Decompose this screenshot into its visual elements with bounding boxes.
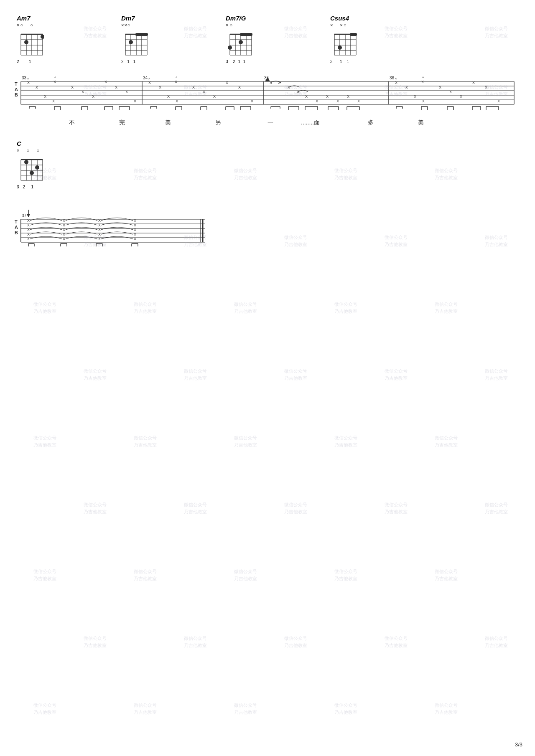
chord-fingers-dm7: 2 1 1 (121, 59, 148, 64)
svg-text:X: X (98, 218, 101, 223)
watermark-item: 微信公众号 乃吉他教室 (284, 25, 307, 39)
watermark-item: 微信公众号 乃吉他教室 (485, 234, 508, 248)
watermark-item: 微信公众号 乃吉他教室 (284, 635, 307, 649)
watermark-item: 微信公众号 乃吉他教室 (284, 234, 307, 248)
svg-text:X: X (421, 80, 424, 84)
svg-text:X: X (288, 85, 290, 89)
watermark-item: 微信公众号 乃吉他教室 (385, 25, 408, 39)
watermark-item: 微信公众号 乃吉他教室 (84, 501, 107, 515)
svg-text:36: 36 (390, 76, 395, 80)
svg-point-47 (338, 46, 342, 50)
svg-point-190 (24, 160, 28, 164)
svg-point-23 (129, 40, 133, 44)
chord-c: C × ○ ○ 3 2 1 (17, 140, 44, 189)
chord-grid-dm7 (121, 28, 148, 57)
svg-point-10 (24, 40, 28, 44)
svg-text:X: X (98, 228, 101, 232)
svg-text:X: X (104, 80, 107, 84)
watermark-item: 微信公众号 乃吉他教室 (385, 368, 408, 381)
svg-text:X: X (336, 99, 339, 103)
watermark-item: 微信公众号 乃吉他教室 (485, 501, 508, 515)
svg-text:X: X (27, 228, 30, 232)
watermark-item: 微信公众号 乃吉他教室 (184, 501, 207, 515)
svg-point-189 (30, 171, 34, 175)
tab-staff-row2: T A B 37 X X X X X (13, 205, 209, 261)
watermark-item: 微信公众号 乃吉他教室 (435, 434, 458, 448)
svg-text:X: X (134, 232, 136, 236)
chord-am7: Am7 ×○ ○ 2 1 (17, 15, 44, 64)
svg-text:X: X (125, 90, 128, 94)
watermark-item: 微信公众号 乃吉他教室 (234, 301, 257, 315)
chord-grid-c (17, 153, 44, 183)
watermark-item: 微信公众号 乃吉他教室 (134, 702, 157, 715)
svg-text:X: X (316, 99, 318, 103)
chord-fingers-am7: 2 1 (17, 59, 44, 64)
watermark-item: 微信公众号 乃吉他教室 (435, 301, 458, 315)
chord-fingers-csus4: 3 1 1 (330, 59, 357, 64)
svg-text:X: X (251, 99, 253, 103)
svg-rect-48 (350, 33, 357, 36)
svg-point-188 (35, 165, 39, 170)
lyric-ling: 另 (215, 119, 221, 127)
svg-text:X: X (422, 99, 425, 103)
chord-grid-am7 (17, 28, 44, 57)
watermark-item: 微信公众号 乃吉他教室 (385, 234, 408, 248)
chord-csus4: Csus4 × ×○ 3 1 1 (330, 15, 357, 64)
svg-text:X: X (134, 218, 136, 223)
chord-name-am7: Am7 (17, 15, 44, 22)
chord-name-dm7g: Dm7/G (226, 15, 253, 22)
watermark-item: 微信公众号 乃吉他教室 (334, 434, 357, 448)
svg-text:T: T (15, 81, 18, 86)
svg-text:X: X (134, 223, 136, 227)
svg-text:X: X (175, 80, 177, 84)
svg-text:A: A (15, 225, 18, 230)
svg-text:X: X (134, 99, 136, 103)
watermark-item: 微信公众号 乃吉他教室 (435, 167, 458, 181)
svg-point-36 (228, 46, 232, 50)
svg-text:X: X (213, 94, 216, 99)
svg-text:X: X (27, 81, 30, 85)
chord-name-c: C (17, 140, 44, 147)
watermark-item: 微信公众号 乃吉他教室 (485, 635, 508, 649)
svg-rect-22 (135, 33, 148, 36)
chord-grid-dm7g (226, 28, 253, 57)
svg-text:T: T (15, 219, 18, 224)
svg-text:X: X (134, 228, 136, 232)
svg-text:X: X (82, 90, 84, 94)
svg-text:X: X (347, 94, 349, 99)
svg-marker-225 (27, 214, 30, 217)
watermark-item: 微信公众号 乃吉他教室 (435, 568, 458, 582)
svg-text:X: X (159, 85, 161, 89)
svg-text:X: X (405, 85, 408, 89)
svg-text:X: X (27, 218, 30, 223)
svg-text:33: 33 (22, 76, 27, 80)
svg-text:37: 37 (22, 213, 27, 218)
watermark-item: 微信公众号 乃吉他教室 (33, 702, 56, 715)
svg-text:X: X (167, 94, 170, 99)
svg-text:X: X (485, 85, 487, 89)
chord-dm7: Dm7 ××○ 2 1 1 (121, 15, 148, 64)
watermark-item: 微信公众号 乃吉他教室 (84, 635, 107, 649)
chord-symbols-c: × ○ ○ (17, 148, 44, 153)
watermark-item: 微信公众号 乃吉他教室 (84, 25, 107, 39)
chord-symbols-dm7g: ×○ (226, 23, 253, 28)
svg-text:34: 34 (143, 76, 148, 80)
watermark-item: 微信公众号 乃吉他教室 (334, 568, 357, 582)
svg-point-35 (239, 40, 243, 44)
svg-text:X: X (439, 85, 441, 89)
watermark-item: 微信公众号 乃吉他教室 (234, 568, 257, 582)
svg-text:X: X (192, 85, 195, 89)
chord-grid-csus4 (330, 28, 357, 57)
svg-text:X: X (71, 85, 74, 89)
tab-staff-row1: T A B 33 34 35 36 ^ X X (13, 67, 518, 123)
watermark-item: 微信公众号 乃吉他教室 (184, 368, 207, 381)
watermark-item: 微信公众号 乃吉他教室 (284, 501, 307, 515)
svg-text:X: X (472, 81, 475, 85)
svg-text:X: X (395, 81, 397, 85)
lyric-mian: ........面 (301, 119, 320, 127)
watermark-item: 微信公众号 乃吉他教室 (385, 635, 408, 649)
watermark-item: 微信公众号 乃吉他教室 (234, 702, 257, 715)
watermark-item: 微信公众号 乃吉他教室 (385, 501, 408, 515)
svg-text:X: X (460, 94, 462, 99)
svg-text:X: X (203, 90, 205, 94)
